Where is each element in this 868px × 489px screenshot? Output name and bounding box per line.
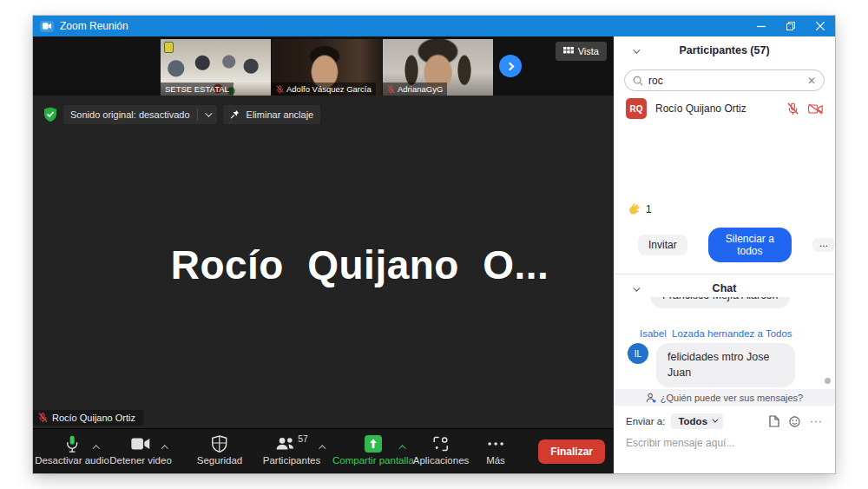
meeting-main-area: SETSE ESTATAL Adolfo Vásquez García Adri…	[33, 36, 614, 473]
video-thumbnail-setse[interactable]: SETSE ESTATAL	[161, 39, 271, 96]
send-to-dropdown[interactable]: Todos	[671, 413, 723, 429]
participant-search-input[interactable]: roc ✕	[624, 69, 825, 91]
thumbnail-name-label: SETSE ESTATAL	[161, 83, 233, 96]
file-attach-icon[interactable]	[769, 415, 779, 427]
search-value: roc	[648, 75, 802, 87]
speaker-name-tag: Rocío Quijano Ortiz	[33, 410, 143, 426]
shield-icon	[212, 435, 227, 453]
collapse-participants-icon[interactable]	[633, 46, 640, 53]
reactions-row: 1	[614, 202, 835, 215]
chevron-down-icon	[712, 416, 718, 422]
avatar: RQ	[626, 98, 647, 119]
next-participants-button[interactable]	[499, 55, 522, 77]
video-options-caret[interactable]	[161, 445, 168, 452]
restore-icon[interactable]	[776, 16, 806, 36]
mute-all-button[interactable]: Silenciar a todos	[708, 228, 792, 262]
chat-scrollbar[interactable]	[825, 378, 831, 384]
chat-sender-line: Isabel Lozada hernandez a Todos	[640, 328, 835, 339]
zoom-window: Zoom Reunión SETSE ESTATAL A	[33, 16, 835, 473]
video-thumbnail-adriana[interactable]: AdrianaGyG	[383, 39, 493, 96]
participants-button[interactable]: 57 Participantes	[263, 433, 320, 466]
collapse-chat-icon[interactable]	[633, 284, 640, 291]
send-to-label: Enviar a:	[626, 416, 665, 426]
mic-muted-icon	[38, 413, 48, 423]
camera-muted-icon	[808, 103, 823, 115]
people-icon	[275, 436, 296, 452]
unpin-button[interactable]: Eliminar anclaje	[223, 105, 321, 124]
clapping-hands-icon	[628, 202, 641, 215]
mic-muted-icon	[276, 85, 284, 94]
chevron-right-icon	[505, 62, 514, 70]
chat-compose-area: Enviar a: Todos ··· Escribir mensaje aqu…	[614, 406, 835, 449]
chat-header: Chat	[614, 274, 835, 297]
minimize-icon[interactable]	[746, 16, 776, 36]
share-options-caret[interactable]	[398, 445, 405, 452]
participants-actions: Invitar Silenciar a todos ...	[614, 215, 835, 262]
chat-message-list[interactable]: Francisco Mejía Alarcón Isabel Lozada he…	[614, 297, 835, 389]
setse-logo	[164, 42, 174, 53]
active-speaker-name: Rocío Quijano O...	[33, 241, 614, 288]
compose-more-icon[interactable]: ···	[810, 415, 823, 427]
mic-muted-icon	[787, 102, 799, 116]
shield-check-icon	[43, 107, 57, 122]
view-button[interactable]: Vista	[556, 42, 607, 61]
thumbnail-name-label: Adolfo Vásquez García	[272, 83, 376, 96]
stop-video-button[interactable]: Detener video	[109, 433, 172, 466]
video-camera-icon	[131, 437, 150, 451]
thumbnail-name-label: AdrianaGyG	[383, 83, 447, 96]
video-strip: SETSE ESTATAL Adolfo Vásquez García Adri…	[33, 36, 614, 96]
microphone-icon	[63, 434, 81, 453]
apps-grid-icon	[433, 436, 449, 452]
more-button[interactable]: Más	[486, 433, 505, 466]
grid-view-icon	[563, 47, 574, 56]
reaction-count: 1	[646, 203, 652, 215]
window-controls	[746, 16, 835, 36]
invite-button[interactable]: Invitar	[638, 235, 687, 255]
share-screen-button[interactable]: Compartir pantalla	[332, 433, 414, 466]
person-privacy-icon	[646, 393, 656, 403]
apps-button[interactable]: Aplicaciones	[413, 433, 470, 466]
pushpin-icon	[230, 109, 240, 121]
participant-row[interactable]: RQ Rocío Quijano Ortiz	[614, 91, 835, 119]
clear-search-icon[interactable]: ✕	[807, 75, 816, 87]
participants-options-caret[interactable]	[319, 445, 326, 452]
participants-more-button[interactable]: ...	[812, 238, 835, 252]
close-icon[interactable]	[806, 16, 835, 36]
titlebar: Zoom Reunión	[33, 16, 835, 36]
avatar: IL	[628, 343, 648, 364]
end-meeting-button[interactable]: Finalizar	[538, 439, 605, 464]
mute-audio-button[interactable]: Desactivar audio	[35, 433, 109, 466]
emoji-icon[interactable]	[789, 416, 800, 427]
mic-muted-icon	[387, 85, 395, 94]
main-stage: Sonido original: desactivado Eliminar an…	[33, 96, 614, 428]
side-panel: Participantes (57) roc ✕ RQ Rocío Quijan…	[614, 36, 835, 473]
search-icon	[633, 76, 643, 86]
ellipsis-icon	[487, 441, 504, 446]
chat-message: IL felicidades mtro Jose Juan	[628, 343, 835, 387]
meeting-toolbar: Desactivar audio Detener video Seguridad…	[33, 428, 614, 473]
security-button[interactable]: Seguridad	[197, 433, 242, 466]
chevron-down-icon	[205, 109, 212, 116]
share-screen-icon	[365, 435, 382, 453]
chat-message-clipped: Francisco Mejía Alarcón	[650, 297, 790, 308]
video-thumbnail-adolfo[interactable]: Adolfo Vásquez García	[272, 39, 382, 96]
participants-count: 57	[298, 433, 308, 444]
chat-input[interactable]: Escribir mensaje aquí...	[626, 437, 823, 449]
zoom-app-icon	[40, 21, 54, 32]
chat-message-text: felicidades mtro Jose Juan	[656, 343, 795, 387]
chat-privacy-note[interactable]: ¿Quién puede ver sus mensajes?	[614, 389, 835, 406]
original-sound-dropdown[interactable]: Sonido original: desactivado	[63, 105, 217, 124]
participants-header: Participantes (57)	[614, 36, 835, 59]
audio-options-caret[interactable]	[92, 445, 99, 452]
window-title: Zoom Reunión	[60, 20, 128, 32]
